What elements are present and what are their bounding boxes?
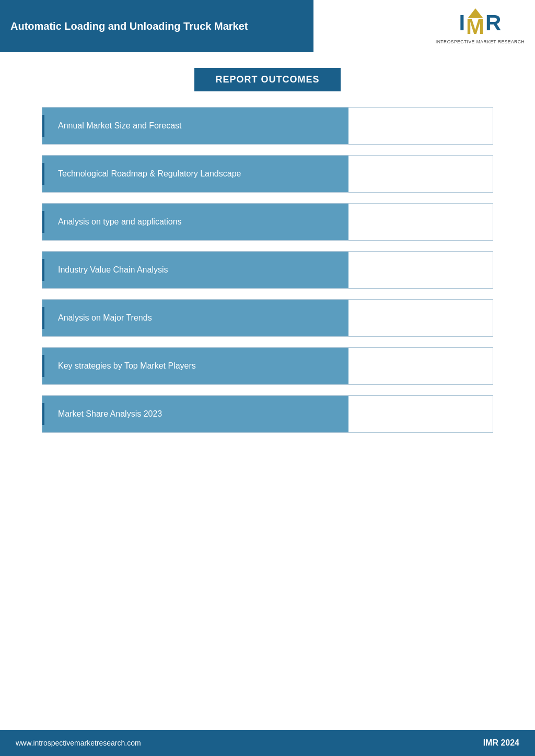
imr-logo: I M R INTROSPECTIVE MARKET RESEARCH — [436, 8, 525, 44]
main-content: REPORT OUTCOMES Annual Market Size and F… — [0, 52, 535, 464]
outcome-item-1-blue: Annual Market Size and Forecast — [42, 108, 348, 144]
outcome-items-list: Annual Market Size and Forecast Technolo… — [42, 107, 493, 433]
outcome-item-7-right — [348, 396, 493, 432]
outcome-item-7-label: Market Share Analysis 2023 — [53, 409, 162, 419]
logo-subtitle: INTROSPECTIVE MARKET RESEARCH — [436, 39, 525, 44]
outcome-item-3-label: Analysis on type and applications — [53, 217, 182, 227]
footer-brand: IMR 2024 — [483, 738, 519, 748]
outcome-item-5-right — [348, 300, 493, 336]
outcome-item-6-label: Key strategies by Top Market Players — [53, 361, 196, 371]
outcome-item-4-label: Industry Value Chain Analysis — [53, 265, 168, 275]
report-outcomes-heading-container: REPORT OUTCOMES — [42, 68, 493, 91]
page-title: Automatic Loading and Unloading Truck Ma… — [10, 20, 248, 32]
outcome-item-2-label: Technological Roadmap & Regulatory Lands… — [53, 169, 241, 179]
outcome-item-6-right — [348, 348, 493, 384]
outcome-item-2-right — [348, 156, 493, 192]
outcome-item-7: Market Share Analysis 2023 — [42, 395, 493, 433]
header-title-bar: Automatic Loading and Unloading Truck Ma… — [0, 0, 313, 52]
outcome-item-5-blue: Analysis on Major Trends — [42, 300, 348, 336]
outcome-item-1-label: Annual Market Size and Forecast — [53, 121, 182, 131]
logo-r-letter: R — [485, 12, 501, 34]
outcome-item-2: Technological Roadmap & Regulatory Lands… — [42, 155, 493, 193]
outcome-item-4-blue: Industry Value Chain Analysis — [42, 252, 348, 288]
outcome-item-5: Analysis on Major Trends — [42, 299, 493, 337]
page-header: Automatic Loading and Unloading Truck Ma… — [0, 0, 535, 52]
outcome-item-6-blue: Key strategies by Top Market Players — [42, 348, 348, 384]
outcome-item-1: Annual Market Size and Forecast — [42, 107, 493, 145]
outcome-item-3-right — [348, 204, 493, 240]
logo-triangle-decoration — [468, 8, 483, 18]
outcome-item-2-blue: Technological Roadmap & Regulatory Lands… — [42, 156, 348, 192]
outcome-item-3: Analysis on type and applications — [42, 203, 493, 241]
logo-i-letter: I — [459, 12, 465, 34]
page-footer: www.introspectivemarketresearch.com IMR … — [0, 730, 535, 756]
logo-area: I M R INTROSPECTIVE MARKET RESEARCH — [313, 0, 535, 52]
imr-letters: I M R — [459, 8, 501, 38]
outcome-item-6: Key strategies by Top Market Players — [42, 347, 493, 385]
report-outcomes-heading: REPORT OUTCOMES — [194, 68, 340, 91]
outcome-item-1-right — [348, 108, 493, 144]
outcome-item-5-label: Analysis on Major Trends — [53, 313, 152, 323]
outcome-item-7-blue: Market Share Analysis 2023 — [42, 396, 348, 432]
outcome-item-4: Industry Value Chain Analysis — [42, 251, 493, 289]
outcome-item-4-right — [348, 252, 493, 288]
footer-url: www.introspectivemarketresearch.com — [16, 739, 141, 747]
outcome-item-3-blue: Analysis on type and applications — [42, 204, 348, 240]
